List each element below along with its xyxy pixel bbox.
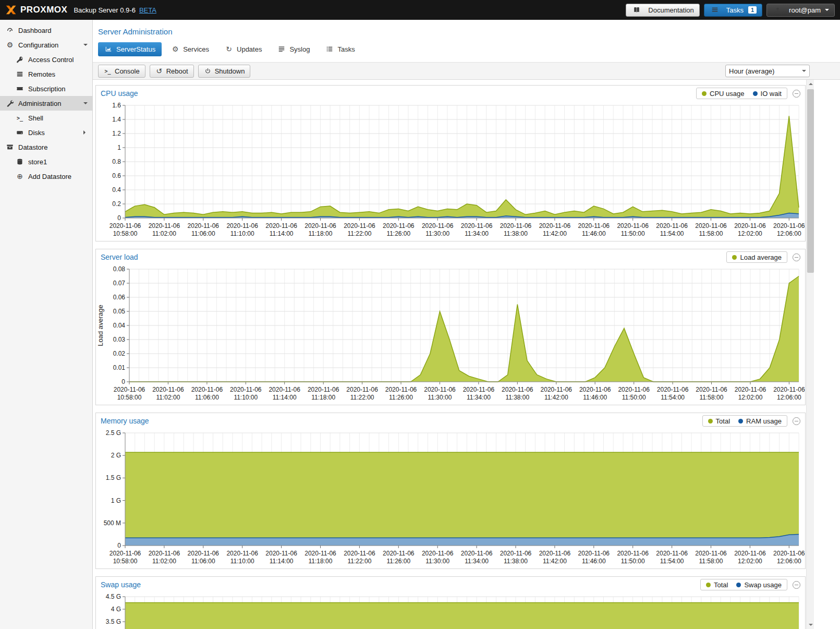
collapse-arrow-icon[interactable] — [83, 102, 88, 106]
sidebar-item-configuration[interactable]: ⚙ Configuration — [0, 38, 92, 52]
svg-text:2020-11-0611:34:00: 2020-11-0611:34:00 — [461, 222, 493, 237]
legend-dot — [732, 255, 737, 260]
swap-usage-chart: 0500 M1 G1.5 G2 G2.5 G3 G3.5 G4 G4.5 G20… — [96, 592, 805, 629]
tab-updates[interactable]: ↻ Updates — [218, 42, 268, 56]
beta-link[interactable]: BETA — [139, 6, 156, 14]
svg-text:2020-11-0611:02:00: 2020-11-0611:02:00 — [149, 550, 180, 565]
svg-text:0.01: 0.01 — [113, 364, 126, 371]
hdd-icon — [15, 129, 25, 136]
svg-text:2020-11-0612:06:00: 2020-11-0612:06:00 — [773, 222, 805, 237]
shutdown-button[interactable]: Shutdown — [198, 65, 251, 78]
memory-usage-chart: 0500 M1 G1.5 G2 G2.5 G2020-11-0610:58:00… — [96, 429, 805, 568]
gauge-icon — [5, 27, 15, 34]
collapse-panel-icon[interactable] — [793, 253, 800, 261]
svg-text:2 G: 2 G — [111, 452, 121, 459]
svg-text:2020-11-0611:46:00: 2020-11-0611:46:00 — [578, 550, 610, 565]
sidebar-item-shell[interactable]: >_ Shell — [0, 111, 92, 125]
svg-text:2020-11-0611:30:00: 2020-11-0611:30:00 — [422, 550, 454, 565]
svg-text:2020-11-0611:02:00: 2020-11-0611:02:00 — [149, 222, 180, 237]
svg-text:2020-11-0611:26:00: 2020-11-0611:26:00 — [383, 550, 415, 565]
svg-text:2020-11-0611:18:00: 2020-11-0611:18:00 — [305, 550, 336, 565]
svg-text:2020-11-0611:58:00: 2020-11-0611:58:00 — [696, 386, 727, 401]
svg-text:0: 0 — [121, 378, 125, 385]
svg-text:2020-11-0611:50:00: 2020-11-0611:50:00 — [617, 550, 649, 565]
svg-text:1.2: 1.2 — [112, 130, 121, 137]
svg-text:2020-11-0611:18:00: 2020-11-0611:18:00 — [308, 386, 339, 401]
sidebar-item-access-control[interactable]: Access Control — [0, 52, 92, 67]
tab-tasks[interactable]: Tasks — [319, 42, 361, 56]
timeframe-select[interactable]: Hour (average) — [725, 65, 810, 77]
sidebar-item-store1[interactable]: store1 — [0, 154, 92, 169]
console-button[interactable]: >_ Console — [98, 65, 145, 78]
svg-text:2020-11-0611:30:00: 2020-11-0611:30:00 — [422, 222, 454, 237]
vertical-scrollbar[interactable] — [806, 80, 814, 629]
svg-text:2020-11-0611:06:00: 2020-11-0611:06:00 — [188, 550, 220, 565]
terminal-icon: >_ — [15, 115, 25, 121]
chevron-down-icon — [825, 9, 829, 13]
svg-text:1 G: 1 G — [111, 497, 121, 504]
svg-text:2020-11-0611:54:00: 2020-11-0611:54:00 — [656, 550, 688, 565]
tab-syslog[interactable]: Syslog — [271, 42, 316, 56]
refresh-icon: ↻ — [225, 45, 233, 53]
sidebar-item-datastore[interactable]: Datastore — [0, 140, 92, 154]
scroll-up-icon[interactable] — [807, 80, 814, 88]
collapse-panel-icon[interactable] — [793, 417, 800, 425]
collapse-panel-icon[interactable] — [793, 90, 800, 98]
svg-text:2020-11-0611:30:00: 2020-11-0611:30:00 — [424, 386, 456, 401]
svg-text:2020-11-0612:06:00: 2020-11-0612:06:00 — [773, 550, 805, 565]
sidebar-item-dashboard[interactable]: Dashboard — [0, 23, 92, 38]
scroll-down-icon[interactable] — [807, 621, 814, 629]
plus-circle-icon: ⊕ — [15, 173, 25, 180]
tab-serverstatus[interactable]: ServerStatus — [98, 42, 162, 56]
user-menu-button[interactable]: root@pam — [766, 4, 835, 17]
archive-box-icon — [5, 143, 15, 151]
reboot-button[interactable]: ↺ Reboot — [150, 65, 194, 78]
tab-bar: ServerStatus ⚙ Services ↻ Updates Syslog… — [93, 41, 840, 57]
documentation-button[interactable]: Documentation — [626, 4, 699, 17]
collapse-panel-icon[interactable] — [793, 581, 800, 589]
svg-text:2020-11-0611:42:00: 2020-11-0611:42:00 — [539, 550, 571, 565]
sidebar-item-disks[interactable]: Disks — [0, 125, 92, 140]
svg-text:2020-11-0610:58:00: 2020-11-0610:58:00 — [109, 550, 141, 565]
gears-icon: ⚙ — [5, 41, 15, 49]
brand-name: PROXMOX — [20, 5, 67, 15]
legend-dot — [708, 419, 713, 424]
sidebar-item-add-datastore[interactable]: ⊕ Add Datastore — [0, 169, 92, 184]
sidebar-item-remotes[interactable]: Remotes — [0, 67, 92, 81]
charts-area: CPU usage CPU usage IO wait 00.20.40.60.… — [93, 80, 840, 629]
sidebar-item-administration[interactable]: Administration — [0, 96, 92, 111]
collapse-arrow-icon[interactable] — [83, 44, 88, 48]
server-load-panel: Server load Load average 00.010.020.030.… — [95, 249, 806, 405]
product-version: Backup Server 0.9-6 — [74, 6, 136, 14]
svg-text:2020-11-0611:22:00: 2020-11-0611:22:00 — [346, 386, 378, 401]
task-list-icon — [710, 6, 720, 14]
scrollbar-thumb[interactable] — [807, 89, 814, 273]
svg-text:0: 0 — [117, 214, 121, 222]
legend-item: RAM usage — [738, 417, 782, 425]
svg-text:2020-11-0611:38:00: 2020-11-0611:38:00 — [500, 222, 532, 237]
svg-text:0.08: 0.08 — [113, 265, 126, 273]
svg-text:1.5 G: 1.5 G — [106, 474, 121, 481]
tab-services[interactable]: ⚙ Services — [165, 42, 215, 56]
svg-text:2020-11-0611:14:00: 2020-11-0611:14:00 — [265, 550, 297, 565]
expand-arrow-icon[interactable] — [83, 130, 88, 135]
server-list-icon — [15, 70, 25, 78]
svg-text:2020-11-0611:22:00: 2020-11-0611:22:00 — [344, 550, 375, 565]
svg-text:2020-11-0610:58:00: 2020-11-0610:58:00 — [114, 386, 145, 401]
svg-text:2020-11-0611:42:00: 2020-11-0611:42:00 — [541, 386, 573, 401]
svg-text:0.4: 0.4 — [112, 186, 121, 193]
svg-text:0.04: 0.04 — [113, 322, 126, 329]
svg-text:2020-11-0611:06:00: 2020-11-0611:06:00 — [191, 386, 223, 401]
memory-usage-panel: Memory usage Total RAM usage 0500 M1 G1.… — [95, 413, 806, 569]
tasks-button[interactable]: Tasks 1 — [704, 4, 762, 17]
svg-text:2020-11-0612:06:00: 2020-11-0612:06:00 — [773, 386, 805, 401]
sidebar-item-subscription[interactable]: Subscription — [0, 81, 92, 96]
svg-text:0.6: 0.6 — [112, 172, 121, 179]
svg-text:0.06: 0.06 — [113, 294, 126, 301]
cpu-usage-chart: 00.20.40.60.811.21.41.62020-11-0610:58:0… — [96, 101, 805, 241]
svg-text:2020-11-0611:14:00: 2020-11-0611:14:00 — [269, 386, 300, 401]
key-icon — [15, 56, 25, 63]
user-label: root@pam — [789, 6, 821, 14]
panel-title: Swap usage — [101, 580, 141, 589]
tasks-label: Tasks — [726, 6, 744, 14]
